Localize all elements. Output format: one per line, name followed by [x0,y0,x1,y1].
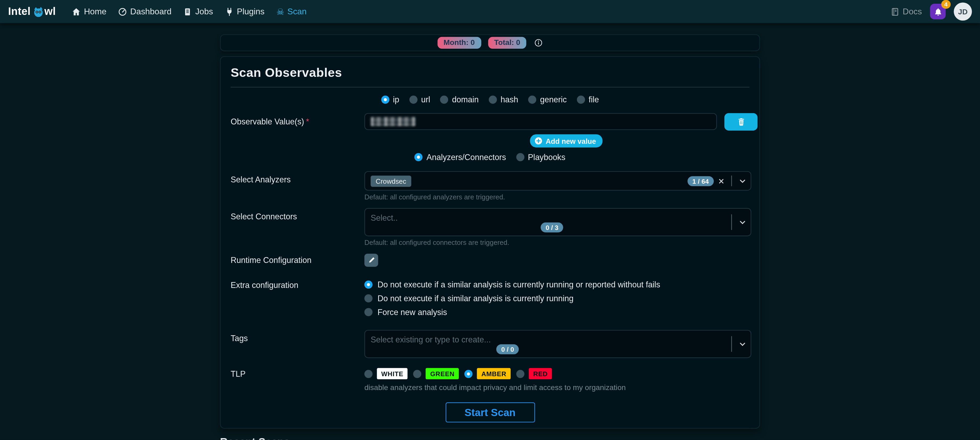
start-scan-button[interactable]: Start Scan [445,402,535,423]
add-new-value-label: Add new value [546,137,596,145]
nav-item-scan[interactable]: ☠ Scan [276,7,307,16]
mode-option-analyzers-connectors[interactable]: Analyzers/Connectors [415,152,506,162]
radio-force-new-analysis[interactable] [364,308,372,316]
tlp-red-badge: RED [529,368,552,379]
type-option-ip[interactable]: ip [381,95,399,104]
navbar-right: Docs 4 JD [891,2,972,21]
docs-label: Docs [903,7,922,16]
total-quota-badge: Total: 0 [488,37,527,49]
tlp-note-text: disable analyzers that could impact priv… [364,383,626,392]
extra-option-no-exec-running-or-reported[interactable]: Do not execute if a similar analysis is … [364,280,749,289]
remove-value-button[interactable] [724,113,758,130]
tags-label: Tags [231,330,364,358]
select-analyzers-field: Crowdsec 1 / 64 Default: all configured … [364,171,751,200]
observable-value-input[interactable] [364,113,717,130]
brand-logo[interactable]: Intel wl [8,5,56,18]
radio-file[interactable] [577,96,585,104]
dashboard-icon [118,7,127,16]
user-avatar[interactable]: JD [954,2,972,21]
add-new-value-button[interactable]: Add new value [530,134,602,147]
select-analyzers-label: Select Analyzers [231,171,364,200]
select-connectors-label: Select Connectors [231,208,364,246]
analyzer-chip-crowdsec[interactable]: Crowdsec [371,175,411,186]
runtime-configuration-row: Runtime Configuration [231,254,749,267]
extra-configuration-row: Extra configuration Do not execute if a … [231,277,749,317]
clear-analyzers-icon[interactable] [714,177,729,184]
nav-item-label: Jobs [195,7,213,16]
radio-analyzers-connectors[interactable] [415,153,423,161]
nav-item-dashboard[interactable]: Dashboard [118,7,172,16]
radio-ip[interactable] [381,96,389,104]
radio-tlp-amber[interactable] [465,370,473,378]
tags-multiselect[interactable]: Select existing or type to create... 0 /… [364,330,751,358]
radio-no-exec-running[interactable] [364,294,372,303]
edit-runtime-config-button[interactable] [364,254,378,267]
connectors-chevron-down-icon[interactable] [734,218,751,226]
nav-item-plugins[interactable]: Plugins [225,7,265,16]
radio-playbooks[interactable] [516,153,524,161]
extra-configuration-options: Do not execute if a similar analysis is … [364,277,749,317]
analysis-mode-radio-group: Analyzers/Connectors Playbooks [231,152,749,162]
tags-chevron-down-icon[interactable] [734,340,751,348]
nav-item-label: Plugins [237,7,265,16]
radio-tlp-green[interactable] [413,370,422,378]
mode-option-playbooks[interactable]: Playbooks [516,152,565,162]
radio-no-exec-running-or-reported[interactable] [364,281,372,289]
bell-icon [934,7,942,16]
radio-tlp-white[interactable] [364,370,372,378]
pencil-icon [368,257,375,264]
type-option-generic[interactable]: generic [528,95,567,104]
type-label: url [421,95,430,104]
option-label: Do not execute if a similar analysis is … [378,280,660,289]
radio-generic[interactable] [528,96,536,104]
analyzers-multiselect[interactable]: Crowdsec 1 / 64 [364,171,751,191]
tags-field: Select existing or type to create... 0 /… [364,330,751,358]
connectors-multiselect[interactable]: Select.. 0 / 3 [364,208,751,236]
observable-type-radio-group: ip url domain hash generic file [231,95,749,104]
type-label: ip [393,95,399,104]
radio-url[interactable] [409,96,418,104]
brand-text-wl: wl [45,5,56,18]
nav-item-label: Home [84,7,107,16]
home-icon [72,7,81,16]
owl-logo-icon [33,7,44,17]
tlp-option-white[interactable]: WHITE [364,368,408,379]
quota-info-icon[interactable] [535,39,543,47]
tlp-option-red[interactable]: RED [517,368,552,379]
type-option-url[interactable]: url [409,95,430,104]
mode-label: Playbooks [528,152,565,162]
title-divider [231,87,749,87]
navbar: Intel wl Home [0,0,980,23]
tlp-option-amber[interactable]: AMBER [465,368,511,379]
redacted-observable-value [371,117,416,126]
nav-item-label: Scan [288,7,307,16]
tags-select-controls [729,330,751,357]
radio-domain[interactable] [440,96,449,104]
radio-hash[interactable] [489,96,497,104]
docs-book-icon [891,7,900,16]
nav-item-jobs[interactable]: Jobs [183,7,213,16]
type-option-domain[interactable]: domain [440,95,479,104]
option-label: Force new analysis [378,307,447,317]
select-separator [731,214,732,230]
extra-option-no-exec-running[interactable]: Do not execute if a similar analysis is … [364,294,749,303]
analyzers-chevron-down-icon[interactable] [734,177,751,184]
type-option-hash[interactable]: hash [489,95,518,104]
extra-option-force-new-analysis[interactable]: Force new analysis [364,307,749,317]
nav-item-home[interactable]: Home [72,7,107,16]
nav-item-label: Dashboard [130,7,172,16]
notifications-count-badge: 4 [941,0,951,9]
docs-link[interactable]: Docs [891,7,922,16]
connectors-count-badge: 0 / 3 [541,222,563,233]
tlp-row: TLP WHITE GREEN AMBER RED dis [231,365,749,392]
tlp-option-green[interactable]: GREEN [413,368,459,379]
notifications-button[interactable]: 4 [930,4,946,19]
radio-tlp-red[interactable] [517,370,525,378]
tags-count-badge: 0 / 0 [496,344,519,354]
tlp-amber-badge: AMBER [477,368,511,379]
page-title: Scan Observables [231,66,749,80]
analyzers-count-badge: 1 / 64 [687,176,714,186]
month-quota-badge: Month: 0 [437,37,481,49]
extra-configuration-label: Extra configuration [231,277,364,317]
type-option-file[interactable]: file [577,95,599,104]
